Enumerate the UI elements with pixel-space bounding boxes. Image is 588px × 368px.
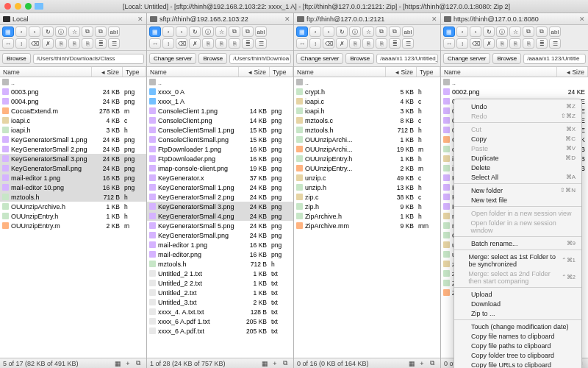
toolbar-btn2-8[interactable]: ☰ [402,38,414,49]
toolbar-btn-3[interactable]: ⓘ [496,26,508,37]
file-row[interactable]: FtpDownloader.png16 KBpng [147,154,293,163]
toolbar-btn2-3[interactable]: ✗ [483,38,495,49]
toolbar-btn-6[interactable]: ⧉ [536,26,548,37]
file-list[interactable]: ..crypt.h5 KBhioapi.c4 KBcioapi.h3 KBhmz… [294,77,440,358]
toolbar-btn2-1[interactable]: ↕ [15,38,27,49]
toolbar-btn2-1[interactable]: ↕ [309,38,321,49]
file-row[interactable]: OUUnzipArchi...1 KBh [294,135,440,144]
pane-tab[interactable]: https://thinh@127.0.0.1:8080✕ [441,13,588,25]
toolbar-btn-6[interactable]: ⧉ [242,26,254,37]
menu-item[interactable]: Zip to ... [454,308,581,318]
path-button[interactable]: Change server [296,53,343,64]
close-tab-icon[interactable]: ✕ [137,15,143,23]
file-row[interactable]: crypt.h5 KBh [294,87,440,96]
toolbar-btn2-8[interactable]: ☰ [549,38,561,49]
toolbar-btn-7[interactable]: abI [108,26,120,37]
toolbar-btn2-6[interactable]: ⎘ [82,38,93,49]
col-size[interactable]: ◂ Size [92,67,123,77]
col-type[interactable]: Type [270,67,293,77]
file-row[interactable]: KeyGeneratorSmall 3.png24 KBpng [0,154,146,163]
toolbar-btn2-1[interactable]: ↕ [162,38,174,49]
col-name[interactable]: Name [147,67,239,77]
path-button[interactable]: Change server [149,53,196,64]
file-row[interactable]: xxxx_6 A.pdf.txt205 KBtxt [147,326,293,336]
menu-item[interactable]: Copy file paths to clipboard [454,341,581,350]
file-row[interactable]: KeyGeneratorSmall 2.png24 KBpng [147,192,293,202]
status-btn-1[interactable]: ▦ [259,360,270,367]
toolbar-btn-3[interactable]: ⓘ [202,26,214,37]
file-row[interactable]: OUUnzipEntry.m2 KBm [0,221,146,230]
file-row[interactable]: .. [0,77,146,87]
col-size[interactable]: ◂ Size [239,67,270,77]
menu-item[interactable]: Copy file names to clipboard [454,331,581,341]
menu-item[interactable]: Batch rename...⌘9 [454,238,581,248]
file-row[interactable]: KeyGeneratorSmall 1.png24 KBpng [0,135,146,144]
toolbar-btn2-7[interactable]: ≣ [536,38,548,49]
file-row[interactable]: ConsoleClientSmall 1.png15 KBpng [147,125,293,135]
toolbar-btn2-7[interactable]: ≣ [389,38,401,49]
path-field[interactable]: /aaaa/x1 123/Untitle [523,54,586,64]
close-tab-icon[interactable]: ✕ [431,15,437,23]
toolbar-btn-3[interactable]: ⓘ [55,26,67,37]
toolbar-btn-3[interactable]: ⓘ [349,26,361,37]
toolbar-btn-2[interactable]: ↻ [189,26,201,37]
file-row[interactable]: CocoaExtend.m278 KBm [0,106,146,116]
toolbar-btn-4[interactable]: ☆ [68,26,80,37]
toolbar-btn-7[interactable]: abI [402,26,414,37]
menu-item[interactable]: Download [454,299,581,308]
menu-item[interactable]: New text file [454,195,581,205]
view-mode-button[interactable]: ▦ [296,26,308,37]
file-row[interactable]: FtpDownloader 1.png16 KBpng [147,144,293,154]
toolbar-btn-0[interactable]: ‹ [15,26,27,37]
file-row[interactable]: xxxx_0 A [147,87,293,96]
file-row[interactable]: ConsoleClient.png14 KBpng [147,116,293,125]
file-row[interactable]: 0002.png24 KE [441,87,588,96]
menu-item[interactable]: Merge: select as 1st Folder to be synchr… [454,252,581,269]
toolbar-btn2-2[interactable]: ⌫ [323,38,334,49]
path-button[interactable]: Change server [443,53,490,64]
file-row[interactable]: KeyGeneratorSmall 4.png24 KBpng [147,211,293,221]
path-field[interactable]: /aaaa/x1 123/Untitled_ [376,54,438,64]
status-btn-1[interactable]: ▦ [112,360,123,367]
minimize-window-button[interactable] [15,3,21,10]
status-btn-1[interactable]: ▦ [406,360,417,367]
toolbar-btn2-2[interactable]: ⌫ [176,38,187,49]
file-list[interactable]: ..xxxx_0 Axxxx_1 AConsoleClient 1.png14 … [147,77,293,358]
toolbar-btn-0[interactable]: ‹ [162,26,174,37]
status-btn-2[interactable]: + [417,360,427,367]
toolbar-btn-5[interactable]: ⧉ [523,26,534,37]
file-row[interactable]: Untitled_2.txt1 KBtxt [147,288,293,297]
file-row[interactable]: unzip.c49 KBc [294,173,440,183]
file-row[interactable]: Untitled_3.txt2 KBtxt [147,297,293,307]
toolbar-btn2-0[interactable]: ↔ [443,38,455,49]
toolbar-btn-5[interactable]: ⧉ [376,26,387,37]
path-field[interactable]: /Users/thinh/Downloa [229,54,291,64]
toolbar-btn2-3[interactable]: ✗ [189,38,201,49]
status-btn-3[interactable]: ⧉ [133,359,143,367]
toolbar-btn-6[interactable]: ⧉ [389,26,401,37]
file-row[interactable]: KeyGeneratorSmall 2.png24 KBpng [0,144,146,154]
toolbar-btn-1[interactable]: › [29,26,40,37]
toolbar-btn2-4[interactable]: ⎘ [202,38,214,49]
file-row[interactable]: mail-editor 10.png16 KBpng [0,183,146,192]
pane-tab[interactable]: ftp://thinh@127.0.0.1:2121✕ [294,13,440,25]
toolbar-btn2-5[interactable]: ⎘ [509,38,521,49]
file-row[interactable]: mztools.h712 Bh [294,125,440,135]
column-header-row[interactable]: Name◂ SizeType [294,67,440,77]
view-mode-button[interactable]: ▦ [443,26,455,37]
file-row[interactable]: mztools.h712 Bh [147,259,293,269]
toolbar-btn2-5[interactable]: ⎘ [68,38,80,49]
file-row[interactable]: .. [294,77,440,87]
view-mode-button[interactable]: ▦ [149,26,161,37]
toolbar-btn2-7[interactable]: ≣ [95,38,107,49]
toolbar-btn2-4[interactable]: ⎘ [55,38,67,49]
toolbar-btn2-3[interactable]: ✗ [42,38,54,49]
file-row[interactable]: OUUnzipEntry...2 KBm [294,163,440,173]
toolbar-btn-7[interactable]: abI [549,26,561,37]
file-row[interactable]: imap-console-client.png19 KBpng [147,163,293,173]
toolbar-btn-5[interactable]: ⧉ [229,26,240,37]
toolbar-btn-2[interactable]: ↻ [42,26,54,37]
file-row[interactable]: KeyGeneratorSmall 1.png24 KBpng [147,183,293,192]
column-header-row[interactable]: Name◂ SizeType [0,67,146,77]
path-field[interactable]: /Users/thinh/Downloads/Class [33,54,144,64]
